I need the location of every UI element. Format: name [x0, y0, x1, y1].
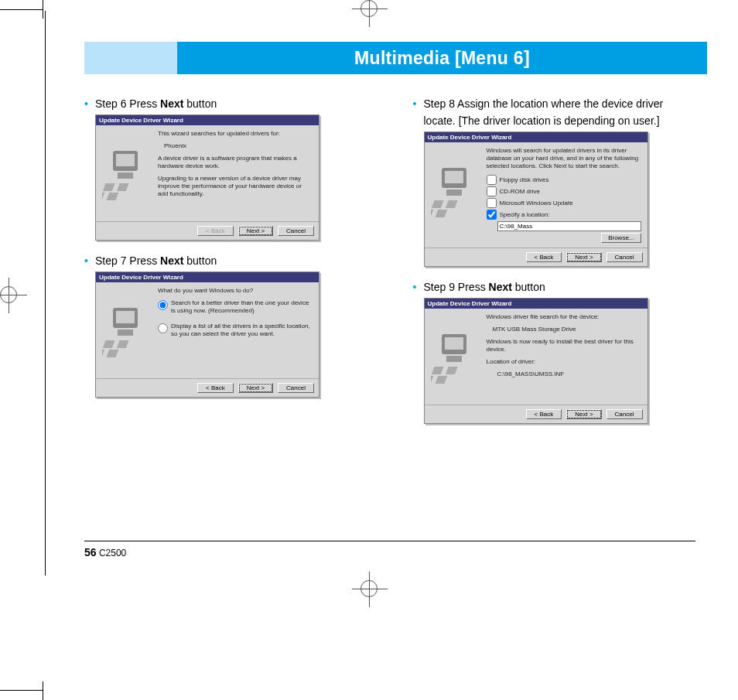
- svg-rect-28: [431, 367, 443, 374]
- wizard-art-icon: [425, 142, 483, 238]
- chk-specify-label: Specify a location:: [500, 211, 550, 219]
- svg-rect-29: [445, 367, 457, 374]
- svg-rect-15: [107, 350, 119, 357]
- svg-rect-26: [446, 356, 462, 362]
- svg-rect-10: [118, 330, 133, 336]
- svg-rect-5: [117, 183, 129, 191]
- step9-loc-label: Location of driver:: [487, 358, 641, 366]
- chk-floppy-label: Floppy disk drives: [500, 176, 549, 184]
- step-9-pre: Step 9 Press: [424, 281, 489, 293]
- page-footer: 56 C2500: [84, 541, 695, 558]
- chk-cd[interactable]: [487, 186, 497, 196]
- step8-next-button[interactable]: Next >: [566, 252, 601, 262]
- step7-prompt: What do you want Windows to do?: [158, 287, 313, 295]
- step6-back-button[interactable]: < Back: [197, 226, 234, 236]
- model-number: C2500: [99, 548, 126, 558]
- svg-rect-18: [446, 190, 462, 196]
- step9-loc-value: C:\98_MASS\UMSS.INF: [487, 370, 641, 378]
- chk-wu[interactable]: [487, 198, 497, 208]
- svg-rect-1: [116, 154, 135, 166]
- step6-cancel-button[interactable]: Cancel: [278, 226, 314, 236]
- step7-opt2-radio[interactable]: [158, 323, 168, 333]
- page-frame: Multimedia [Menu 6] Step 6 Press Next bu…: [45, 11, 738, 575]
- svg-rect-20: [431, 200, 443, 208]
- svg-rect-25: [445, 337, 463, 350]
- wizard-art-icon: [425, 309, 483, 405]
- chk-floppy[interactable]: [487, 175, 497, 185]
- chk-cd-label: CD-ROM drive: [500, 188, 540, 196]
- step-8-caption: Step 8 Assign the location where the dev…: [413, 97, 708, 110]
- step-9-dialog-title: Update Device Driver Wizard: [425, 299, 647, 309]
- svg-rect-13: [117, 340, 129, 348]
- step6-line3: A device driver is a software program th…: [158, 155, 313, 170]
- svg-rect-7: [107, 193, 119, 200]
- step-6-post: button: [183, 97, 217, 110]
- svg-rect-22: [431, 210, 433, 217]
- registration-mark-bottom: [360, 580, 378, 597]
- step6-line1: This wizard searches for updated drivers…: [158, 130, 313, 138]
- registration-mark-left: [0, 286, 17, 303]
- svg-rect-6: [102, 193, 104, 200]
- step-6-pre: Step 6 Press: [95, 97, 160, 110]
- step7-opt1-label: Search for a better driver than the one …: [171, 299, 313, 315]
- left-column: Step 6 Press Next button Update Device D…: [84, 97, 379, 438]
- step-7-dialog: Update Device Driver Wizard What do you …: [95, 271, 319, 398]
- step-7-post: button: [183, 254, 217, 267]
- chk-specify[interactable]: [487, 210, 497, 220]
- chk-wu-label: Microsoft Windows Update: [500, 200, 573, 207]
- svg-rect-14: [102, 350, 104, 357]
- step-7-bold: Next: [160, 254, 183, 267]
- step9-line1: Windows driver file search for the devic…: [487, 313, 641, 321]
- step9-line2: MTK USB Mass Storage Drive: [487, 326, 641, 333]
- chapter-header: Multimedia [Menu 6]: [84, 42, 707, 74]
- header-accent: [84, 42, 177, 74]
- svg-rect-31: [435, 376, 447, 384]
- svg-rect-23: [435, 210, 447, 217]
- step9-next-button[interactable]: Next >: [566, 409, 601, 419]
- step7-next-button[interactable]: Next >: [238, 383, 273, 393]
- step7-opt2-label: Display a list of all the drivers in a s…: [171, 323, 313, 338]
- step-6-dialog-title: Update Device Driver Wizard: [96, 115, 319, 125]
- step9-back-button[interactable]: < Back: [526, 409, 562, 419]
- wizard-art-icon: [96, 125, 155, 221]
- step-6-bold: Next: [160, 97, 183, 110]
- step7-opt1-radio[interactable]: [158, 300, 168, 310]
- svg-rect-2: [118, 172, 133, 179]
- step-8-dialog-title: Update Device Driver Wizard: [425, 132, 647, 142]
- right-column: Step 8 Assign the location where the dev…: [413, 97, 708, 438]
- svg-rect-12: [103, 340, 115, 348]
- svg-rect-4: [103, 183, 115, 191]
- svg-rect-21: [445, 200, 457, 208]
- step6-line2: Phoenix: [158, 142, 313, 150]
- step-9-bold: Next: [489, 281, 512, 293]
- step8-line2: locate. [The driver location is dependin…: [424, 114, 708, 127]
- step-6-dialog: Update Device Driver Wizard This wizard …: [95, 114, 319, 241]
- step-9-caption: Step 9 Press Next button: [413, 281, 708, 293]
- step6-line4: Upgrading to a newer version of a device…: [158, 175, 313, 198]
- step8-cancel-button[interactable]: Cancel: [606, 252, 643, 262]
- step9-line3: Windows is now ready to install the best…: [487, 338, 641, 353]
- step-8-dialog: Update Device Driver Wizard Windows will…: [424, 131, 648, 267]
- step8-intro: Windows will search for updated drivers …: [487, 147, 641, 170]
- svg-rect-30: [431, 376, 433, 384]
- step8-line1: Step 8 Assign the location where the dev…: [424, 97, 664, 110]
- step-7-caption: Step 7 Press Next button: [84, 254, 379, 267]
- step7-back-button[interactable]: < Back: [197, 383, 234, 393]
- location-input[interactable]: [497, 221, 641, 231]
- step-7-pre: Step 7 Press: [95, 254, 160, 267]
- step-9-dialog: Update Device Driver Wizard Windows driv…: [424, 298, 648, 424]
- browse-button[interactable]: Browse...: [601, 233, 641, 243]
- step6-next-button[interactable]: Next >: [238, 226, 273, 236]
- step9-cancel-button[interactable]: Cancel: [606, 409, 643, 419]
- wizard-art-icon: [96, 282, 155, 378]
- step-9-post: button: [512, 281, 545, 293]
- step8-back-button[interactable]: < Back: [526, 252, 562, 262]
- step-6-caption: Step 6 Press Next button: [84, 97, 379, 110]
- svg-rect-9: [116, 311, 135, 323]
- step-7-dialog-title: Update Device Driver Wizard: [96, 272, 319, 282]
- step7-cancel-button[interactable]: Cancel: [278, 383, 314, 393]
- svg-rect-17: [445, 171, 463, 183]
- chapter-title: Multimedia [Menu 6]: [177, 42, 707, 74]
- page-number: 56: [84, 546, 97, 558]
